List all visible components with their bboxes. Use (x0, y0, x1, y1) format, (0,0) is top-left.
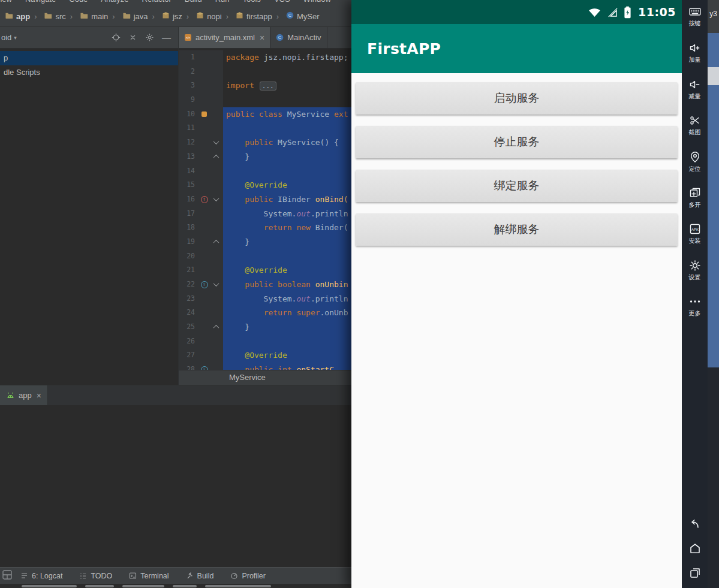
code-line[interactable]: 21 @Override (179, 263, 351, 278)
fold-close-icon[interactable] (213, 240, 219, 246)
menu-item[interactable]: Window (303, 0, 331, 4)
project-view-selector[interactable]: oid ▾ (1, 33, 17, 42)
code-line[interactable]: 1package jsz.nopi.firstapp; (179, 50, 351, 65)
menu-item[interactable]: Refactor (142, 0, 172, 4)
override-marker-icon[interactable]: ↑ (201, 196, 208, 203)
line-number: 24 (179, 306, 198, 320)
editor-breadcrumb-bar: MyService (179, 370, 351, 385)
status-text-fragment (205, 585, 271, 587)
code-line[interactable]: 2 (179, 65, 351, 79)
code-line[interactable]: 23 System.out.println (179, 292, 351, 306)
scrollbar-thumb[interactable] (708, 67, 719, 85)
breadcrumb-item[interactable]: main (66, 12, 109, 21)
tool-window-button[interactable]: 6: Logcat (20, 572, 62, 580)
tool-window-button[interactable]: Terminal (129, 572, 169, 580)
code-text: return new Binder( (223, 221, 351, 235)
code-line[interactable]: 14 (179, 164, 351, 179)
menu-item[interactable]: Navigate (25, 0, 56, 4)
menu-item[interactable]: Analyze (101, 0, 128, 4)
breadcrumb-item[interactable]: C MySer (272, 11, 320, 21)
locate-file-icon[interactable] (112, 33, 121, 42)
code-line[interactable]: 16↑ public IBinder onBind( (179, 192, 351, 207)
code-line[interactable]: 17 System.out.println (179, 207, 351, 221)
fold-open-icon[interactable] (213, 281, 219, 287)
project-toolbar: — (112, 33, 171, 42)
tool-window-switcher-icon[interactable] (2, 569, 13, 580)
editor-gutter (198, 235, 223, 249)
class-icon: C (276, 34, 284, 41)
breadcrumb-item[interactable]: app (5, 12, 30, 21)
nav-back-button[interactable] (682, 517, 708, 531)
line-number: 14 (179, 164, 198, 179)
class-marker-icon[interactable] (201, 111, 207, 117)
override-marker-icon[interactable]: ↑ (201, 281, 208, 288)
collapse-all-icon[interactable] (128, 33, 137, 42)
code-line[interactable]: 15 @Override (179, 178, 351, 192)
menu-item[interactable]: Code (69, 0, 88, 4)
menu-item[interactable]: Tools (243, 0, 261, 4)
menu-item[interactable]: VCS (274, 0, 290, 4)
code-text: public class MyService ext (223, 107, 351, 122)
editor-tab[interactable]: </> activity_main.xml × (179, 27, 270, 48)
code-line[interactable]: 24 return super.onUnb (179, 306, 351, 320)
code-line[interactable]: 25 } (179, 320, 351, 334)
code-line[interactable]: 27 @Override (179, 348, 351, 363)
menu-item[interactable]: Run (215, 0, 230, 4)
app-content: 启动服务停止服务绑定服务解绑服务 (351, 73, 682, 246)
line-number: 2 (179, 65, 198, 79)
tool-window-button[interactable]: Build (186, 572, 214, 580)
code-line[interactable]: 10public class MyService ext (179, 107, 351, 122)
close-icon[interactable]: × (260, 33, 264, 43)
code-line[interactable]: 20 (179, 249, 351, 264)
nav-recents-button[interactable] (682, 566, 708, 580)
breadcrumb-item[interactable]: java (108, 12, 148, 21)
folder-icon (5, 12, 13, 21)
code-line[interactable]: 12 public MyService() { (179, 135, 351, 150)
menu-item[interactable]: View (0, 0, 12, 4)
hide-panel-icon[interactable]: — (162, 33, 171, 42)
breadcrumb-label: java (134, 12, 148, 21)
breadcrumb-item[interactable]: src (30, 12, 66, 21)
chevron-down-icon: ▾ (14, 35, 17, 41)
code-line[interactable]: 9 (179, 93, 351, 107)
code-line[interactable]: 28↑ public int onStartC (179, 363, 351, 370)
breadcrumb-item[interactable]: nopi (182, 11, 222, 21)
nav-home-button[interactable] (682, 541, 708, 556)
breadcrumb-class[interactable]: MyService (229, 373, 266, 382)
tool-window-button[interactable]: Profiler (230, 572, 266, 580)
close-icon[interactable]: × (37, 391, 41, 400)
code-line[interactable]: 3import ... (179, 79, 351, 93)
gear-icon[interactable] (145, 33, 154, 42)
run-console[interactable] (0, 405, 351, 567)
line-number: 28 (179, 363, 198, 370)
terminal-icon (129, 572, 137, 580)
editor-gutter (198, 320, 223, 334)
service-button[interactable]: 绑定服务 (356, 170, 678, 202)
tab-label: activity_main.xml (195, 33, 255, 42)
fold-open-icon[interactable] (213, 195, 219, 201)
code-text (223, 334, 351, 349)
editor-gutter (198, 207, 223, 221)
code-line[interactable]: 26 (179, 334, 351, 349)
class-icon: C (286, 11, 294, 21)
service-button[interactable]: 解绑服务 (356, 213, 678, 246)
tool-window-button[interactable]: TODO (79, 572, 112, 580)
fold-close-icon[interactable] (213, 325, 219, 331)
menu-item[interactable]: Build (185, 0, 202, 4)
code-line[interactable]: 18 return new Binder( (179, 221, 351, 235)
code-line[interactable]: 13 } (179, 150, 351, 164)
editor-tab[interactable]: C MainActiv (270, 27, 327, 48)
fold-close-icon[interactable] (213, 155, 219, 161)
code-line[interactable]: 19 } (179, 235, 351, 249)
service-button[interactable]: 停止服务 (356, 126, 678, 158)
run-tab-app[interactable]: app × (0, 385, 48, 405)
code-editor[interactable]: 1package jsz.nopi.firstapp;23import ...9… (179, 49, 351, 370)
service-button[interactable]: 启动服务 (356, 82, 678, 114)
project-tree-item[interactable]: p (0, 51, 178, 65)
breadcrumb-item[interactable]: jsz (148, 11, 182, 21)
fold-open-icon[interactable] (213, 139, 219, 145)
project-tree-item[interactable]: dle Scripts (0, 65, 178, 80)
code-line[interactable]: 11 (179, 121, 351, 135)
code-line[interactable]: 22↑ public boolean onUnbin (179, 278, 351, 292)
breadcrumb-item[interactable]: firstapp (222, 11, 272, 21)
